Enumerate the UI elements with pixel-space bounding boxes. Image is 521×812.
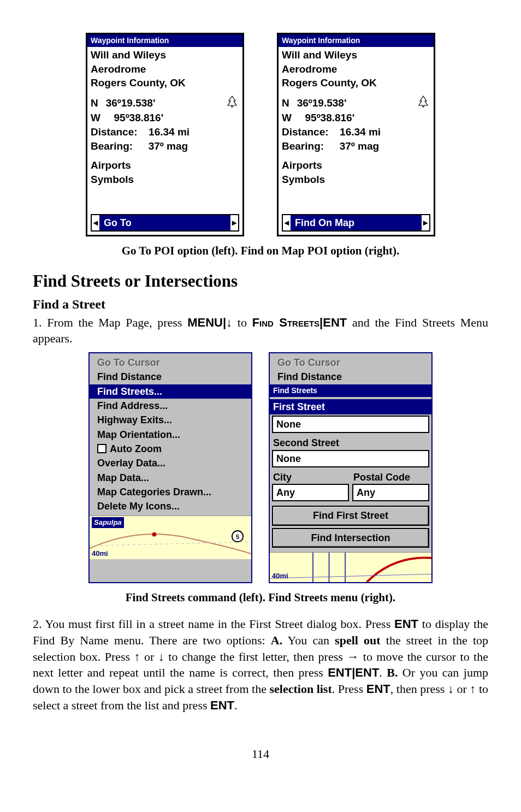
page-number: 114 <box>33 746 488 762</box>
menu-item[interactable]: Overlay Data... <box>92 456 249 470</box>
selector-label[interactable]: Go To <box>99 215 230 230</box>
lon-prefix: W <box>91 112 100 123</box>
p2-text: . <box>234 698 238 712</box>
key-ent: ENT <box>328 666 352 679</box>
second-street-label: Second Street <box>272 435 429 449</box>
find-intersection-button[interactable]: Find Intersection <box>272 528 429 548</box>
right-arrow-icon[interactable]: ▸ <box>230 217 238 229</box>
poi-location: Rogers County, OK <box>282 76 430 90</box>
highway-shield-icon: 5 <box>232 530 244 542</box>
menu-item[interactable]: Highway Exits... <box>92 413 249 427</box>
waypoint-screen-right: Waypoint Information Will and Wileys Aer… <box>277 33 435 236</box>
left-arrow-icon[interactable]: ◂ <box>283 217 291 229</box>
lon-value: 95º38.816' <box>305 112 355 123</box>
lat-value: 36º19.538' <box>106 96 156 110</box>
lat-value: 36º19.538' <box>297 96 347 110</box>
p2-text: . <box>379 666 387 679</box>
up-arrow-icon: ↑ <box>134 650 140 663</box>
subsection-title: Find a Street <box>33 295 488 313</box>
key-ent: ENT <box>366 682 390 696</box>
menu-list-top: Go To CursorFind Distance <box>270 353 431 384</box>
waypoint-body: Will and Wileys Aerodrome Rogers County,… <box>87 47 242 211</box>
distance-label: Distance: <box>91 126 138 138</box>
postal-field[interactable]: Any <box>352 484 429 501</box>
poi-name: Will and Wileys <box>282 48 430 62</box>
caption-1: Go To POI option (left). Find on Map POI… <box>33 243 488 258</box>
caption-2: Find Streets command (left). Find Street… <box>33 590 488 605</box>
spell-out: spell out <box>335 633 381 647</box>
section-title: Find Streets or Intersections <box>33 270 488 293</box>
key-ent: ENT <box>210 698 234 712</box>
para1-text: to <box>232 316 252 329</box>
map-footer: Sapulpa 5 40mi <box>90 515 251 559</box>
bearing-label: Bearing: <box>91 140 133 152</box>
p2-text: . Press <box>332 682 366 696</box>
find-first-street-button[interactable]: Find First Street <box>272 506 429 525</box>
svg-point-0 <box>152 532 156 537</box>
category-symbols: Symbols <box>282 173 430 187</box>
find-streets-form: First Street None Second Street None Cit… <box>270 397 431 552</box>
postal-label: Postal Code <box>352 470 429 484</box>
menu-item[interactable]: Map Categories Drawn... <box>92 485 249 499</box>
right-arrow-icon[interactable]: ▸ <box>422 217 429 229</box>
second-street-field[interactable]: None <box>272 450 429 467</box>
left-arrow-icon[interactable]: ◂ <box>92 217 99 229</box>
menu-item[interactable]: Auto Zoom <box>92 442 249 456</box>
poi-location: Rogers County, OK <box>91 76 239 90</box>
option-b: B. <box>387 666 398 679</box>
p2-text: to change the first letter, then press <box>164 650 347 663</box>
menu-item: Go To Cursor <box>272 355 429 370</box>
poi-name: Will and Wileys <box>91 48 239 62</box>
poi-type: Aerodrome <box>91 62 239 76</box>
map-scale: 40mi <box>272 571 288 581</box>
menu-item[interactable]: Delete My Icons... <box>92 499 249 513</box>
selector-label[interactable]: Find On Map <box>291 215 422 230</box>
form-title: Find Streets <box>270 384 431 397</box>
paragraph-2: 2. You must first fill in a street name … <box>33 616 488 713</box>
bearing-label: Bearing: <box>282 140 324 152</box>
distance-value: 16.34 mi <box>340 126 381 138</box>
key-ent: ENT <box>394 617 418 631</box>
key-ent: ENT <box>355 666 379 679</box>
down-arrow-icon: ↓ <box>448 682 454 696</box>
lat-prefix: N <box>282 96 289 110</box>
first-street-field[interactable]: None <box>272 416 429 433</box>
titlebar: Waypoint Information <box>87 34 242 47</box>
selection-list: selection list <box>269 682 331 696</box>
p2-text: You can <box>282 633 335 647</box>
p2-text: , then press <box>390 682 448 696</box>
menu-item[interactable]: Find Streets... <box>90 384 251 399</box>
menu-list[interactable]: Go To CursorFind DistanceFind Streets...… <box>90 353 251 515</box>
menu-item: Go To Cursor <box>92 355 249 370</box>
action-selector[interactable]: ◂ Find On Map ▸ <box>282 214 430 232</box>
lon-value: 95º38.816' <box>114 112 164 123</box>
distance-label: Distance: <box>282 126 329 138</box>
down-arrow-icon: ↓ <box>226 316 232 329</box>
p2-text: or <box>140 650 158 663</box>
action-selector[interactable]: ◂ Go To ▸ <box>91 214 239 232</box>
map-scale: 40mi <box>92 549 108 559</box>
poi-type: Aerodrome <box>282 62 430 76</box>
find-streets-form-right: Go To CursorFind Distance Find Streets F… <box>269 352 433 583</box>
town-label: Sapulpa <box>92 517 124 528</box>
menu-item[interactable]: Map Orientation... <box>92 428 249 442</box>
menu-screens-row: Go To CursorFind DistanceFind Streets...… <box>33 352 488 583</box>
p2-text: or <box>454 682 470 696</box>
titlebar: Waypoint Information <box>279 34 434 47</box>
menu-item[interactable]: Map Data... <box>92 471 249 485</box>
menu-item[interactable]: Find Address... <box>92 399 249 413</box>
option-a: A. <box>271 633 282 647</box>
tree-icon <box>418 96 428 111</box>
map-footer: 40mi <box>270 552 431 582</box>
city-field[interactable]: Any <box>272 484 349 501</box>
category-symbols: Symbols <box>91 173 239 187</box>
first-street-label[interactable]: First Street <box>270 399 431 414</box>
menu-item[interactable]: Find Distance <box>92 370 249 384</box>
right-arrow-icon: → <box>347 650 359 663</box>
lat-prefix: N <box>91 96 98 110</box>
p2-text: 2. You must first fill in a street name … <box>33 617 394 631</box>
bearing-value: 37º mag <box>340 140 379 152</box>
down-arrow-icon: ↓ <box>158 650 164 663</box>
menu-item[interactable]: Find Distance <box>272 370 429 384</box>
bearing-value: 37º mag <box>149 140 188 152</box>
